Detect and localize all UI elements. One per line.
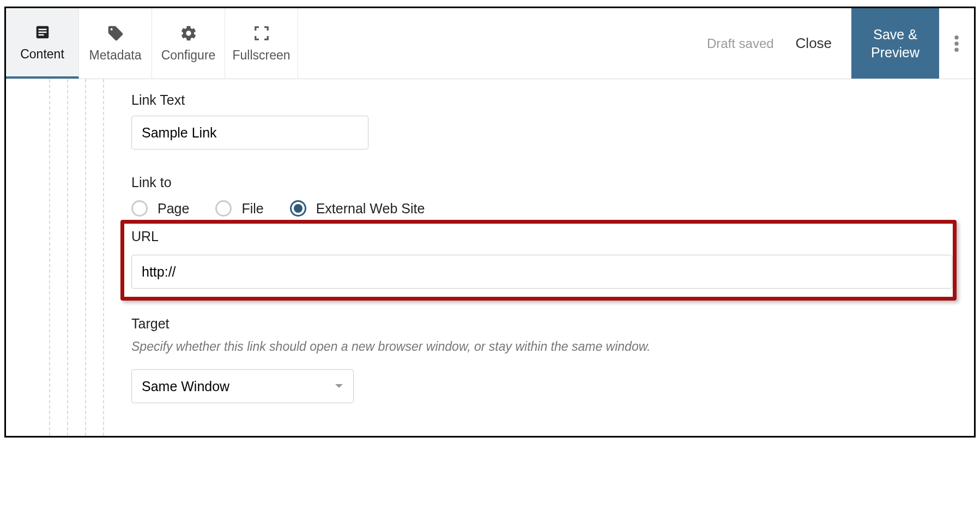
tab-label: Metadata (89, 48, 142, 63)
target-select[interactable]: Same Window (131, 369, 354, 403)
tab-metadata[interactable]: Metadata (79, 8, 152, 79)
link-to-page-radio[interactable]: Page (131, 200, 189, 217)
link-text-label: Link Text (131, 92, 952, 108)
tag-icon (106, 24, 125, 43)
fullscreen-icon (252, 24, 271, 43)
radio-icon (215, 200, 232, 217)
svg-point-4 (954, 35, 959, 40)
radio-label: File (241, 201, 263, 217)
tab-label: Fullscreen (232, 48, 290, 63)
save-preview-label: Save & Preview (871, 26, 919, 61)
target-help-text: Specify whether this link should open a … (131, 339, 952, 354)
kebab-icon (954, 35, 959, 52)
tab-label: Configure (161, 48, 216, 63)
link-to-label: Link to (131, 175, 952, 190)
radio-label: Page (158, 201, 189, 217)
tree-gutter (6, 79, 104, 436)
close-button[interactable]: Close (796, 35, 832, 52)
save-preview-button[interactable]: Save & Preview (851, 8, 939, 79)
target-select-value: Same Window (142, 379, 229, 394)
editor-frame: Content Metadata Configure Fullscreen (4, 7, 976, 438)
toolbar: Content Metadata Configure Fullscreen (6, 8, 974, 79)
tab-fullscreen[interactable]: Fullscreen (225, 8, 298, 79)
url-label: URL (131, 229, 159, 244)
svg-rect-1 (38, 29, 46, 31)
chevron-down-icon (335, 384, 343, 389)
content-icon (33, 23, 52, 41)
svg-point-5 (954, 41, 959, 46)
tab-configure[interactable]: Configure (152, 8, 225, 79)
more-menu-button[interactable] (939, 8, 974, 79)
tab-label: Content (20, 47, 64, 62)
link-to-file-radio[interactable]: File (215, 200, 263, 217)
gear-icon (179, 24, 198, 43)
link-to-external-radio[interactable]: External Web Site (290, 200, 425, 217)
svg-rect-2 (38, 32, 46, 33)
form-area: Link Text Link to Page File (104, 79, 974, 436)
target-label: Target (131, 316, 952, 332)
svg-rect-3 (38, 34, 44, 36)
radio-icon (290, 200, 306, 217)
save-status: Draft saved (707, 36, 774, 51)
tab-content[interactable]: Content (6, 8, 79, 79)
radio-icon (131, 200, 148, 217)
url-input[interactable] (131, 255, 952, 289)
svg-point-6 (954, 47, 959, 52)
link-text-input[interactable] (131, 116, 368, 149)
radio-label: External Web Site (316, 201, 425, 217)
